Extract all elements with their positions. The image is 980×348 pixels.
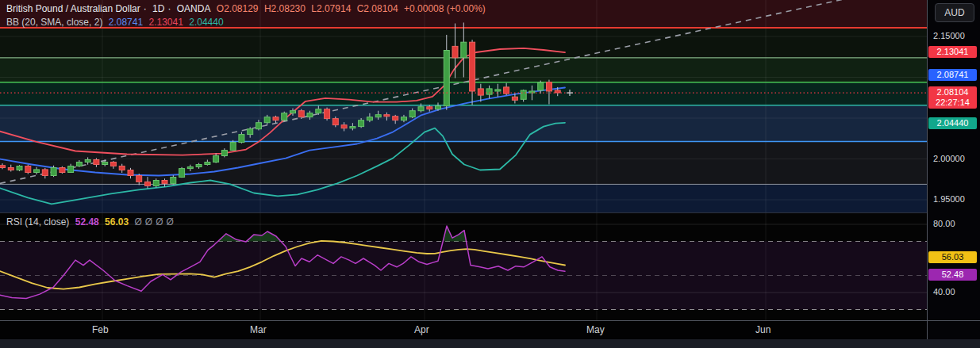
axis-separator[interactable] xyxy=(927,0,928,339)
candle xyxy=(60,168,65,173)
candle xyxy=(512,97,517,100)
legend-separator: · xyxy=(144,3,147,14)
price-zone xyxy=(0,82,927,105)
candle xyxy=(25,166,31,173)
candle xyxy=(495,90,501,91)
bb-indicator-label[interactable]: BB (20, SMA, close, 2) xyxy=(6,17,102,28)
candle xyxy=(290,111,296,113)
candle xyxy=(230,143,236,151)
rsi-ma-value: 56.03 xyxy=(105,216,129,228)
symbol-title[interactable]: British Pound / Australian Dollar xyxy=(6,3,140,14)
candle xyxy=(162,181,167,184)
axis-badge-line: 2.08104 xyxy=(928,87,977,98)
candle xyxy=(393,117,398,120)
rsi-legend-row: RSI (14, close) 52.48 56.03 ØØØØ xyxy=(6,216,180,228)
rsi-empty-slot: Ø xyxy=(166,216,173,228)
rsi-empty-slots: ØØØØ xyxy=(134,216,176,228)
ohlc-low: L2.07914 xyxy=(311,3,351,14)
candle xyxy=(478,89,483,95)
bb-legend-row: BB (20, SMA, close, 2) 2.08741 2.13041 2… xyxy=(6,17,227,28)
candle xyxy=(402,117,407,120)
candle xyxy=(187,167,193,169)
bb-basis-value: 2.08741 xyxy=(109,17,143,28)
candle xyxy=(34,170,40,173)
axis-tick-label: 40.00 xyxy=(933,287,955,296)
candle xyxy=(538,82,544,90)
axis-price-badge: 2.13041 xyxy=(928,46,977,58)
candle xyxy=(521,90,526,99)
axis-tick-label: 2.15000 xyxy=(933,31,965,40)
interval-label[interactable]: 1D xyxy=(152,3,164,14)
exchange-label: OANDA xyxy=(177,3,211,14)
candle xyxy=(307,113,313,117)
time-axis-separator[interactable] xyxy=(0,320,980,321)
candle xyxy=(273,117,279,120)
rsi-empty-slot: Ø xyxy=(134,216,141,228)
time-axis-label[interactable]: Mar xyxy=(250,324,267,335)
candle xyxy=(128,170,133,176)
main-chart-svg xyxy=(0,0,927,212)
candle xyxy=(110,163,116,166)
candle xyxy=(119,166,125,170)
axis-tick-label: 80.00 xyxy=(933,219,955,228)
axis-price-badge: 2.08741 xyxy=(928,69,977,81)
rsi-pane[interactable]: RSI (14, close) 52.48 56.03 ØØØØ xyxy=(0,213,927,320)
candle xyxy=(85,160,90,163)
candle xyxy=(350,127,355,128)
symbol-legend-row: British Pound / Australian Dollar· 1D· O… xyxy=(6,3,489,14)
pane-separator[interactable] xyxy=(0,212,927,213)
bb-lower-value: 2.04440 xyxy=(189,17,223,28)
rsi-empty-slot: Ø xyxy=(156,216,163,228)
bottom-toolbar-strip xyxy=(0,339,980,348)
candle xyxy=(239,135,244,143)
candle xyxy=(76,163,82,166)
candle xyxy=(205,163,210,165)
main-chart-pane[interactable]: British Pound / Australian Dollar· 1D· O… xyxy=(0,0,927,212)
time-axis-label[interactable]: Apr xyxy=(414,324,429,335)
candle xyxy=(367,117,372,120)
time-axis-label[interactable]: Feb xyxy=(92,324,109,335)
legend-separator: · xyxy=(167,3,171,14)
time-axis-label[interactable]: Jun xyxy=(755,324,771,335)
rsi-value: 52.48 xyxy=(75,216,99,228)
candle xyxy=(409,111,415,117)
candle xyxy=(153,181,159,186)
ohlc-high: H2.08230 xyxy=(264,3,306,14)
ohlc-close: C2.08104 xyxy=(357,3,398,14)
price-zone xyxy=(0,105,927,142)
candle xyxy=(221,151,227,156)
rsi-indicator-label[interactable]: RSI (14, close) xyxy=(6,216,69,228)
candle xyxy=(461,42,467,58)
candle xyxy=(102,163,108,165)
axis-price-badge: 56.03 xyxy=(928,251,977,263)
price-axis[interactable]: AUD 2.150002.000001.9500080.0040.002.130… xyxy=(928,0,980,339)
candle xyxy=(418,107,424,111)
currency-button[interactable]: AUD xyxy=(935,3,974,22)
time-axis-label[interactable]: May xyxy=(586,324,605,335)
candle xyxy=(8,168,13,170)
candle xyxy=(51,168,56,176)
candle xyxy=(444,51,449,106)
time-axis[interactable]: FebMarAprMayJun xyxy=(0,321,980,339)
candle xyxy=(264,117,270,123)
candle xyxy=(341,125,347,128)
candle xyxy=(68,166,74,173)
candle xyxy=(384,115,390,117)
candle xyxy=(486,89,492,94)
candle xyxy=(325,109,330,119)
candle xyxy=(529,91,535,93)
rsi-chart-svg xyxy=(0,213,927,320)
candle xyxy=(145,182,151,185)
candle xyxy=(282,113,287,120)
candle xyxy=(179,169,185,178)
price-zone xyxy=(0,184,927,212)
bb-upper-value: 2.13041 xyxy=(148,17,183,28)
candle xyxy=(332,119,338,125)
ohlc-open: O2.08129 xyxy=(217,3,259,14)
change-label: +0.00008 (+0.00%) xyxy=(404,3,486,14)
candle xyxy=(171,178,176,184)
candle xyxy=(248,129,253,135)
rsi-empty-slot: Ø xyxy=(145,216,152,228)
candle xyxy=(470,42,475,91)
candle xyxy=(94,160,99,165)
